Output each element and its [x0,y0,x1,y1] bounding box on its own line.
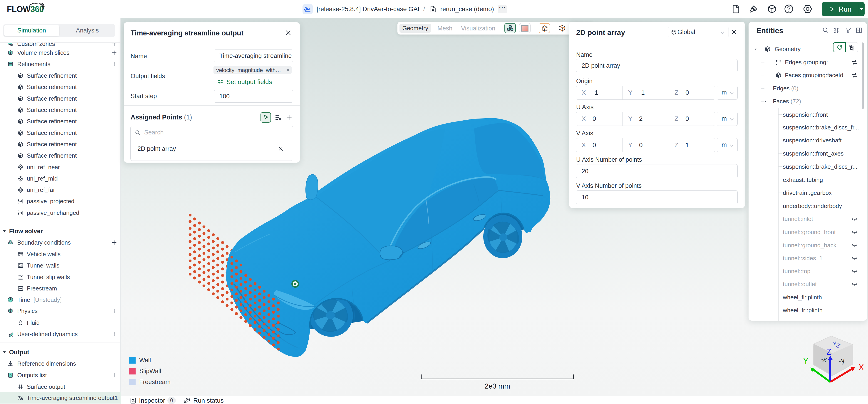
svg-text:Z: Z [827,347,831,356]
svg-text:2e3 mm: 2e3 mm [485,382,510,390]
svg-text:X: X [859,363,864,372]
svg-text:FLOW360: FLOW360 [7,4,44,14]
svg-text:Y: Y [803,356,808,366]
